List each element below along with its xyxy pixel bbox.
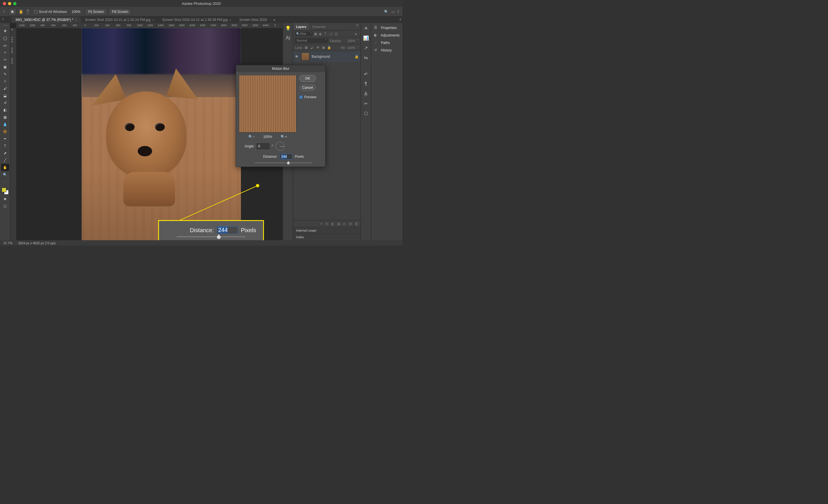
slider-thumb-icon[interactable] xyxy=(287,161,290,164)
dialog-preview-image[interactable] xyxy=(239,75,296,133)
tab-strip-handle[interactable]: ⠿ xyxy=(2,17,4,21)
color-swatches[interactable] xyxy=(1,187,9,195)
paths-panel-button[interactable]: ⟋ Paths xyxy=(371,39,403,47)
callout-distance-slider[interactable] xyxy=(176,236,246,237)
slider-thumb-icon[interactable] xyxy=(217,234,221,239)
quick-mask-toggle[interactable]: ◙ xyxy=(1,195,9,202)
crop-tool[interactable]: ✂ xyxy=(1,56,9,63)
lasso-tool[interactable]: ᔕ xyxy=(1,42,9,49)
search-icon[interactable]: 🔍 xyxy=(384,10,388,14)
close-tab-icon[interactable]: × xyxy=(230,18,231,21)
lock-position-icon[interactable]: ✥ xyxy=(316,46,320,49)
hand-tool-preset-picker[interactable]: ˅ xyxy=(26,8,30,15)
tab-overflow-button[interactable]: » xyxy=(271,18,278,22)
fill-field[interactable]: 100% xyxy=(347,46,355,49)
lock-all-icon[interactable]: 🔒 xyxy=(327,46,331,49)
filter-type-icon[interactable]: T xyxy=(324,32,328,36)
panel-menu-icon[interactable]: ≡ xyxy=(354,23,361,30)
layer-row-background[interactable]: 👁 Background 🔒 xyxy=(293,51,361,62)
lock-transparent-icon[interactable]: ▦ xyxy=(304,46,308,49)
angle-dial[interactable] xyxy=(276,142,285,151)
opacity-field[interactable]: 100% xyxy=(343,39,355,43)
tools-panel-handle[interactable] xyxy=(3,25,7,26)
fit-screen-button[interactable]: Fit Screen xyxy=(85,8,107,15)
horizontal-ruler[interactable]: 1200 1000 800 600 400 200 0 200 400 600 … xyxy=(16,23,283,28)
3d-icon[interactable]: ⬡ xyxy=(363,110,369,116)
document-tab[interactable]: Screen Shot 2020 xyxy=(236,17,271,23)
healing-brush-tool[interactable]: ⚕ xyxy=(1,78,9,85)
layer-thumbnail[interactable] xyxy=(301,53,309,61)
dodge-tool[interactable]: 🔆 xyxy=(1,128,9,135)
index-item[interactable]: Index xyxy=(293,234,361,240)
curves-icon[interactable]: ↗ xyxy=(363,45,369,51)
document-tab[interactable]: IMG_3400.HEIC @ 37.7% (RGB/8*) * × xyxy=(11,17,81,23)
close-window-button[interactable] xyxy=(3,2,6,5)
zoom-tool[interactable]: 🔍 xyxy=(1,171,9,178)
path-selection-tool[interactable]: ⬈ xyxy=(1,149,9,156)
share-icon[interactable]: ⤴ xyxy=(397,10,399,14)
options-bar-handle[interactable]: ⠿ xyxy=(2,10,7,14)
preview-checkbox[interactable]: ✓ Preview xyxy=(299,95,317,99)
layers-tab[interactable]: Layers xyxy=(293,23,309,30)
close-tab-icon[interactable]: × xyxy=(152,18,154,21)
type-tool[interactable]: T xyxy=(1,142,9,149)
edit-toolbar-button[interactable]: ⋯ xyxy=(1,178,9,185)
paragraph-rtl-icon[interactable]: ¶ xyxy=(363,81,369,87)
filter-pixel-icon[interactable]: ▦ xyxy=(314,32,318,36)
filter-shape-icon[interactable]: ▢ xyxy=(329,32,333,36)
filter-smart-icon[interactable]: ◫ xyxy=(335,32,339,36)
layer-lock-icon[interactable]: 🔒 xyxy=(355,55,359,59)
blend-mode-select[interactable]: Normal ˅ xyxy=(295,38,328,43)
undo-icon[interactable]: ↶ xyxy=(363,71,369,77)
glyphs-icon[interactable]: Ạ xyxy=(363,91,369,97)
layer-mask-icon[interactable]: ◐ xyxy=(331,222,334,226)
zoom-out-icon[interactable]: 🔍− xyxy=(248,135,255,139)
status-zoom[interactable]: 37.7% xyxy=(3,241,12,245)
foreground-color-swatch[interactable] xyxy=(2,188,6,192)
angle-input[interactable]: 0 xyxy=(257,143,270,149)
clone-stamp-tool[interactable]: ⬓ xyxy=(1,92,9,99)
distance-slider[interactable] xyxy=(255,163,312,163)
layer-group-icon[interactable]: 🗀 xyxy=(343,222,346,226)
new-layer-icon[interactable]: ⊞ xyxy=(349,222,352,226)
vertical-ruler[interactable]: 0 2 0 0 4 0 0 6 0 0 xyxy=(10,28,16,240)
tab-menu-icon[interactable]: ≡ xyxy=(399,17,401,21)
document-tab[interactable]: Screen Shot 2020-10-21 at 2.39.39 PM.jpg… xyxy=(158,17,236,23)
eyedropper-tool[interactable]: ✎ xyxy=(1,71,9,78)
move-tool[interactable]: ✥ xyxy=(1,27,9,35)
filter-toggle-icon[interactable]: ● xyxy=(355,32,359,36)
hand-tool[interactable]: ✋ xyxy=(1,164,9,171)
layer-visibility-icon[interactable]: 👁 xyxy=(295,55,299,59)
status-doc-info[interactable]: 3024 px x 4032 px (72 ppi) xyxy=(18,241,55,245)
lock-artboard-icon[interactable]: ▣ xyxy=(322,46,325,49)
lock-image-icon[interactable]: 🖌 xyxy=(310,46,314,49)
tool-presets-icon[interactable]: ✂ xyxy=(363,101,369,106)
brush-tool[interactable]: 🖌 xyxy=(1,85,9,92)
zoom-level-button[interactable]: 100% xyxy=(69,9,83,15)
callout-distance-field[interactable]: 244 xyxy=(217,226,238,234)
home-button[interactable] xyxy=(8,8,16,15)
distance-input[interactable]: 244 xyxy=(280,154,292,159)
cancel-button[interactable]: Cancel xyxy=(299,84,316,91)
exposure-icon[interactable]: ⇆ xyxy=(363,55,369,60)
filter-adjust-icon[interactable]: ◐ xyxy=(319,32,323,36)
blur-tool[interactable]: 💧 xyxy=(1,121,9,128)
properties-panel-button[interactable]: ☰ Properties xyxy=(371,24,403,32)
link-layers-icon[interactable]: ⚭ xyxy=(320,222,323,226)
document-tab[interactable]: Screen Shot 2020-10-21 at 2.30.24 PM.jpg… xyxy=(81,17,158,23)
layer-filter-kind-select[interactable]: 🔍Kind˅ xyxy=(295,32,313,36)
adjustment-layer-icon[interactable]: ◑ xyxy=(337,222,340,226)
frame-tool[interactable]: ▣ xyxy=(1,63,9,71)
learn-panel-icon[interactable]: 💡 xyxy=(285,25,291,31)
history-brush-tool[interactable]: ↺ xyxy=(1,99,9,106)
scroll-all-windows-checkbox[interactable]: Scroll All Windows xyxy=(34,10,67,14)
adjustments-panel-button[interactable]: ◐ Adjustments xyxy=(371,32,403,39)
gradient-tool[interactable]: ▦ xyxy=(1,113,9,121)
delete-layer-icon[interactable]: 🗑 xyxy=(355,222,358,226)
history-panel-button[interactable]: ↺ History xyxy=(371,47,403,54)
layer-fx-icon[interactable]: fx xyxy=(326,222,328,226)
shape-tool[interactable]: ╱ xyxy=(1,156,9,164)
dialog-title[interactable]: Motion Blur xyxy=(236,65,325,72)
eraser-tool[interactable]: ◧ xyxy=(1,106,9,113)
pen-tool[interactable]: ✒ xyxy=(1,135,9,142)
